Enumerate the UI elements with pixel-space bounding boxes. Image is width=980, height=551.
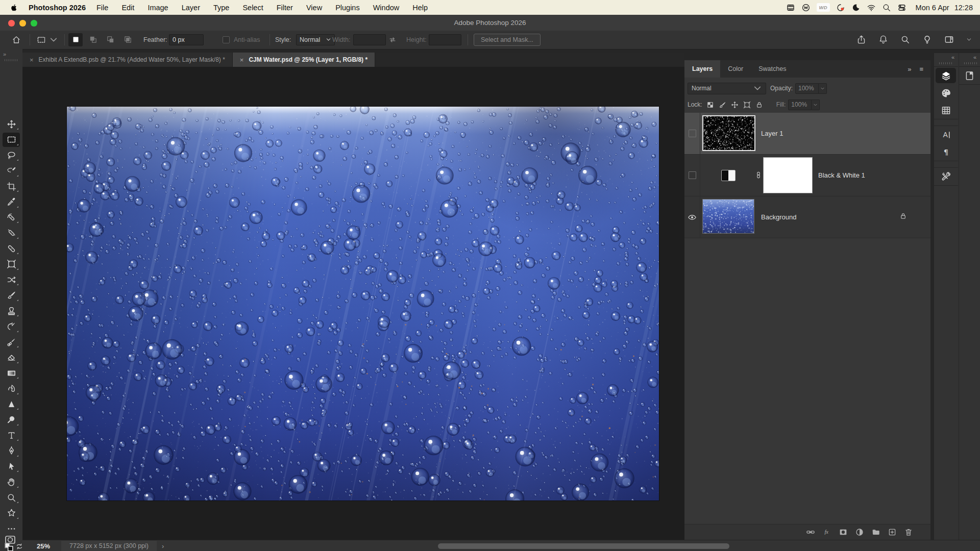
document-tab-2[interactable]: ×CJM Water.psd @ 25% (Layer 1, RGB/8) *: [233, 53, 375, 67]
menu-item-file[interactable]: File: [90, 4, 115, 12]
layers-panel-icon[interactable]: [936, 68, 956, 83]
character-panel-icon[interactable]: A: [934, 126, 958, 143]
checkerboard-lock-icon[interactable]: [706, 101, 714, 109]
intersect-selection-icon[interactable]: [120, 33, 135, 46]
document-info[interactable]: 7728 px x 5152 px (300 ppi): [61, 541, 157, 551]
crop-tool[interactable]: [3, 179, 20, 193]
type-tool[interactable]: [3, 428, 20, 442]
zoom-level[interactable]: 25%: [37, 542, 50, 550]
patch-tool[interactable]: [3, 241, 20, 256]
move-lock-icon[interactable]: [731, 101, 739, 109]
control-center-icon[interactable]: [897, 3, 906, 12]
panel-tab-color[interactable]: Color: [720, 60, 751, 78]
expand-tools-button[interactable]: »: [3, 51, 6, 57]
menu-item-help[interactable]: Help: [406, 4, 434, 12]
brush-lock-icon[interactable]: [719, 101, 726, 109]
blend-mode-select[interactable]: Normal: [688, 83, 766, 94]
fill-dropdown[interactable]: [812, 99, 820, 110]
healing-brush-tool[interactable]: [3, 226, 20, 240]
menu-item-type[interactable]: Type: [207, 4, 236, 12]
tools-panel-icon[interactable]: [934, 168, 958, 185]
home-button[interactable]: [12, 31, 21, 48]
pen-tool[interactable]: [3, 444, 20, 458]
layer-thumbnail[interactable]: [702, 199, 754, 234]
fill-value[interactable]: 100%: [788, 99, 812, 110]
discover-icon[interactable]: [922, 35, 932, 44]
menu-item-image[interactable]: Image: [141, 4, 175, 12]
path-selection-tool[interactable]: [3, 459, 20, 473]
subtract-selection-icon[interactable]: [103, 33, 117, 46]
layer-name[interactable]: Layer 1: [761, 113, 783, 154]
custom-shape-tool[interactable]: [3, 506, 20, 520]
libraries-panel-icon[interactable]: [959, 67, 980, 84]
status-chevron-icon[interactable]: ›: [162, 542, 164, 550]
menu-item-view[interactable]: View: [300, 4, 329, 12]
width-input[interactable]: [353, 31, 386, 48]
panel-menu-icon[interactable]: ≡: [919, 65, 923, 73]
bell-icon[interactable]: [878, 35, 888, 44]
workspace-chevron-icon[interactable]: [966, 37, 972, 42]
layer-thumbnail[interactable]: [702, 115, 755, 151]
smudge-tool[interactable]: [3, 382, 20, 396]
dodge-tool[interactable]: [3, 413, 20, 427]
artboard-lock-icon[interactable]: [743, 101, 751, 109]
search-icon[interactable]: [900, 35, 910, 44]
panel-tab-swatches[interactable]: Swatches: [751, 60, 794, 78]
brush-tool[interactable]: [3, 288, 20, 303]
moon-icon[interactable]: [851, 3, 861, 12]
content-aware-move-tool[interactable]: [3, 272, 20, 287]
visibility-toggle[interactable]: [684, 196, 700, 238]
tools-grip[interactable]: [5, 59, 18, 61]
move-tool[interactable]: [3, 117, 20, 131]
frame-tool[interactable]: [3, 257, 20, 271]
film-icon[interactable]: [786, 3, 795, 12]
adjustment-icon[interactable]: [855, 528, 864, 537]
menu-item-window[interactable]: Window: [366, 4, 406, 12]
workspace-icon[interactable]: [944, 35, 954, 44]
w-circle-icon[interactable]: [801, 3, 811, 12]
sharpen-tool[interactable]: [3, 397, 20, 411]
menu-item-select[interactable]: Select: [236, 4, 270, 12]
trash-icon[interactable]: [904, 528, 913, 537]
zoom-tool[interactable]: [3, 490, 20, 505]
wifi-icon[interactable]: [867, 3, 876, 12]
select-and-mask-button[interactable]: Select and Mask...: [474, 31, 541, 48]
link-icon[interactable]: [806, 528, 815, 537]
mixer-brush-tool[interactable]: [3, 335, 20, 349]
color-panel-icon[interactable]: [934, 84, 958, 102]
document-tab-1[interactable]: ×Exhibit A ExtendB.psb @ 21.7% (Added Wa…: [22, 53, 233, 67]
spot-healing-brush-tool[interactable]: [3, 210, 20, 224]
swap-dimensions-button[interactable]: [388, 31, 397, 48]
menu-item-plugins[interactable]: Plugins: [329, 4, 366, 12]
history-brush-tool[interactable]: [3, 319, 20, 334]
collapse-dock-icon[interactable]: «: [973, 54, 976, 60]
menu-item-filter[interactable]: Filter: [270, 4, 300, 12]
feather-input[interactable]: 0 px: [169, 31, 204, 48]
lasso-tool[interactable]: [3, 148, 20, 162]
height-input[interactable]: [429, 31, 461, 48]
apple-menu-icon[interactable]: [10, 4, 18, 12]
dock-grip[interactable]: [939, 62, 952, 64]
dock-grip[interactable]: [964, 62, 977, 64]
paragraph-panel-icon[interactable]: ¶: [934, 143, 958, 161]
layer-row-layer-1[interactable]: Layer 1: [684, 113, 930, 155]
gradient-tool[interactable]: [3, 366, 20, 380]
antialias-checkbox[interactable]: Anti-alias: [223, 31, 260, 48]
swirl-record-icon[interactable]: [836, 3, 845, 12]
clone-stamp-tool[interactable]: [3, 304, 20, 318]
menu-item-edit[interactable]: Edit: [115, 4, 141, 12]
eyedropper-tool[interactable]: [3, 195, 20, 209]
lock-all-icon[interactable]: [755, 101, 763, 109]
object-selection-tool[interactable]: [3, 164, 20, 178]
mask-icon[interactable]: [839, 528, 848, 537]
mask-link-icon[interactable]: [754, 170, 763, 180]
share-icon[interactable]: [856, 35, 866, 44]
eraser-tool[interactable]: [3, 350, 20, 365]
layer-name[interactable]: Black & White 1: [818, 155, 865, 196]
visibility-toggle[interactable]: [684, 113, 700, 154]
horizontal-scrollbar[interactable]: [438, 543, 729, 549]
swatches-panel-icon[interactable]: [934, 102, 958, 119]
folder-icon[interactable]: [871, 528, 880, 537]
layer-row-background[interactable]: Background: [684, 196, 930, 238]
layer-row-black-white-1[interactable]: Black & White 1: [684, 155, 930, 196]
